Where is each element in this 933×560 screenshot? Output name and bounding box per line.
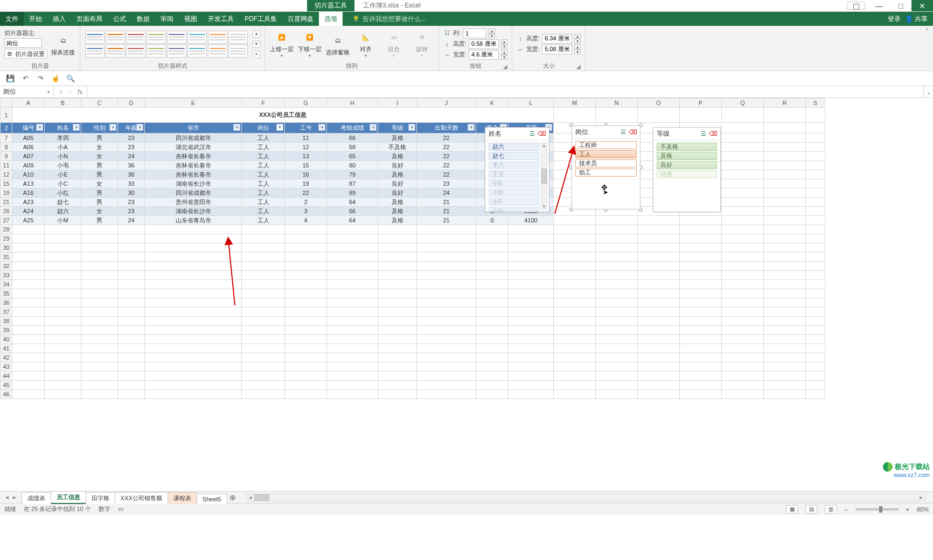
tab-pdf-tools[interactable]: PDF工具集 <box>239 12 282 26</box>
table-cell[interactable]: 李四 <box>45 134 81 143</box>
expand-formula-bar-icon[interactable]: ⌄ <box>923 86 933 97</box>
window-minimize-icon[interactable]: — <box>868 0 890 11</box>
spinner[interactable]: ▲▼ <box>501 50 507 60</box>
row-header[interactable]: 12 <box>1 170 12 179</box>
row-header[interactable]: 39 <box>1 326 12 335</box>
table-cell[interactable]: 24 <box>118 216 145 225</box>
table-cell[interactable]: 女 <box>81 152 118 161</box>
spinner[interactable]: ▲▼ <box>574 45 581 54</box>
window-close-icon[interactable]: ✕ <box>911 0 933 11</box>
sheet-nav-next-icon[interactable]: ► <box>12 494 17 500</box>
window-maximize-icon[interactable]: □ <box>890 0 911 11</box>
slicer-item[interactable]: 李六 <box>489 161 539 169</box>
table-cell[interactable]: 89 <box>327 188 378 198</box>
table-cell[interactable]: 66 <box>327 134 378 143</box>
table-cell[interactable]: A06 <box>12 143 45 152</box>
column-header[interactable]: H <box>327 99 378 108</box>
table-cell[interactable]: 工人 <box>242 188 285 198</box>
tab-insert[interactable]: 插入 <box>47 12 71 26</box>
table-cell[interactable]: 及格 <box>378 170 417 179</box>
tab-home[interactable]: 开始 <box>24 12 47 26</box>
filter-dropdown-icon[interactable]: ▾ <box>136 124 143 131</box>
slicer-item[interactable]: 小G <box>489 207 539 212</box>
zoom-in-button[interactable]: + <box>906 506 909 513</box>
style-gallery-scroll[interactable]: ▲▼▾ <box>253 30 260 58</box>
slicer-style-tile[interactable] <box>187 31 207 44</box>
slicer-item[interactable]: 良好 <box>657 161 717 169</box>
table-cell[interactable]: 赵六 <box>45 207 81 216</box>
table-cell[interactable]: 21 <box>417 207 476 216</box>
tab-developer[interactable]: 开发工具 <box>203 12 239 26</box>
multiselect-icon[interactable]: ☰ <box>619 129 627 136</box>
qat-touch-icon[interactable]: ☝ <box>51 74 60 83</box>
report-connections-button[interactable]: 🗂 报表连接 <box>51 27 75 61</box>
table-cell[interactable]: 及格 <box>378 152 417 161</box>
row-header[interactable]: 42 <box>1 353 12 362</box>
column-header[interactable]: K <box>476 99 509 108</box>
qat-redo-icon[interactable]: ↷ <box>36 74 45 83</box>
slicer-style-tile[interactable] <box>85 31 105 44</box>
sign-in-link[interactable]: 登录 <box>888 15 901 24</box>
table-cell[interactable]: 小M <box>45 216 81 225</box>
column-header[interactable]: S <box>806 99 825 108</box>
tab-slicer-options[interactable]: 选项 <box>319 12 343 26</box>
table-cell[interactable]: 79 <box>327 170 378 179</box>
row-header[interactable]: 33 <box>1 271 12 280</box>
column-header[interactable]: D <box>118 99 145 108</box>
column-header[interactable]: Q <box>722 99 764 108</box>
row-header[interactable]: 38 <box>1 317 12 326</box>
row-header[interactable]: 2 <box>1 123 12 134</box>
tab-page-layout[interactable]: 页面布局 <box>71 12 108 26</box>
sheet-tab[interactable]: XXX公司销售额 <box>115 492 168 504</box>
zoom-slider[interactable] <box>855 508 899 510</box>
filter-dropdown-icon[interactable]: ▾ <box>468 124 475 131</box>
spinner[interactable]: ▲▼ <box>574 34 581 44</box>
table-cell[interactable]: 湖南省长沙市 <box>145 179 242 188</box>
row-header[interactable]: 30 <box>1 243 12 253</box>
table-cell[interactable]: 22 <box>417 161 476 170</box>
table-header-cell[interactable]: 年龄▾ <box>118 123 145 134</box>
table-cell[interactable]: 24 <box>118 152 145 161</box>
filter-dropdown-icon[interactable]: ▼ <box>276 124 283 131</box>
row-header[interactable]: 34 <box>1 280 12 289</box>
slicer-item[interactable]: 不及格 <box>657 143 717 151</box>
slicer-item[interactable]: 赵六 <box>489 143 539 151</box>
table-cell[interactable]: 36 <box>118 170 145 179</box>
slicer-style-tile[interactable] <box>228 31 248 44</box>
table-header-cell[interactable]: 姓名▾ <box>45 123 81 134</box>
column-header[interactable]: J <box>417 99 476 108</box>
slicer-item[interactable]: 小B <box>489 179 539 187</box>
view-normal-icon[interactable]: ▦ <box>786 505 798 514</box>
new-sheet-button[interactable]: ⊕ <box>227 493 239 502</box>
table-cell[interactable]: 22 <box>417 152 476 161</box>
slicer-item[interactable]: 工人 <box>575 150 637 158</box>
slicer-item[interactable]: 技术员 <box>575 159 637 167</box>
cancel-formula-icon[interactable]: ✕ <box>58 88 64 96</box>
slicer-style-tile[interactable] <box>147 45 166 58</box>
table-cell[interactable]: 13 <box>285 152 327 161</box>
table-cell[interactable]: A13 <box>12 179 45 188</box>
row-header[interactable]: 9 <box>1 152 12 161</box>
view-page-break-icon[interactable]: ▥ <box>825 505 837 514</box>
table-cell[interactable]: 及格 <box>378 216 417 225</box>
table-cell[interactable]: 男 <box>81 134 118 143</box>
table-cell[interactable]: 贵州省贵阳市 <box>145 198 242 207</box>
table-header-cell[interactable]: 工号▾ <box>285 123 327 134</box>
table-cell[interactable]: 3 <box>285 207 327 216</box>
table-cell[interactable]: 吉林省长春市 <box>145 161 242 170</box>
table-cell[interactable]: A25 <box>12 216 45 225</box>
multiselect-icon[interactable]: ☰ <box>528 130 536 138</box>
table-cell[interactable]: 80 <box>327 161 378 170</box>
table-cell[interactable]: 21 <box>417 216 476 225</box>
table-cell[interactable]: 赵七 <box>45 198 81 207</box>
tab-file[interactable]: 文件 <box>0 12 24 26</box>
tab-view[interactable]: 视图 <box>179 12 203 26</box>
slicer-style-tile[interactable] <box>126 45 145 58</box>
table-header-cell[interactable]: 岗位▼ <box>242 123 285 134</box>
row-header[interactable]: 18 <box>1 188 12 198</box>
horizontal-scrollbar[interactable]: ◄► <box>246 494 925 501</box>
slicer-height-input[interactable] <box>542 34 572 44</box>
table-cell[interactable]: 2 <box>285 198 327 207</box>
clear-filter-icon[interactable]: ⌫ <box>629 129 637 136</box>
slicer-item[interactable]: 王五 <box>489 170 539 178</box>
